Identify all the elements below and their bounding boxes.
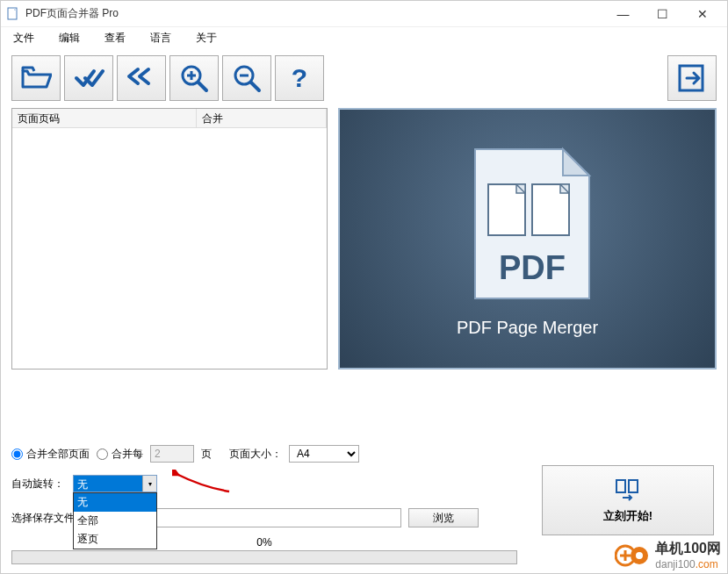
merge-all-radio[interactable]: 合并全部页面 bbox=[11, 447, 90, 462]
app-icon bbox=[6, 7, 20, 21]
dropdown-option-all[interactable]: 全部 bbox=[74, 512, 156, 530]
col-merge[interactable]: 合并 bbox=[197, 109, 327, 127]
watermark-cn: 单机100网 bbox=[655, 540, 721, 558]
undo-button[interactable] bbox=[117, 55, 166, 101]
preview-panel: PDF PDF Page Merger bbox=[338, 108, 717, 370]
zoom-out-icon bbox=[231, 62, 263, 94]
merge-every-input bbox=[150, 445, 194, 463]
undo-arrows-icon bbox=[126, 62, 157, 94]
file-list-body[interactable] bbox=[12, 128, 327, 369]
preview-app-label: PDF Page Merger bbox=[457, 318, 598, 338]
svg-line-6 bbox=[251, 83, 259, 90]
auto-rotate-label: 自动旋转： bbox=[11, 475, 64, 491]
titlebar: PDF页面合并器 Pro — ☐ ✕ bbox=[1, 1, 727, 27]
dropdown-option-perpage[interactable]: 逐页 bbox=[74, 530, 156, 549]
menu-about[interactable]: 关于 bbox=[191, 29, 222, 47]
toolbar: ? bbox=[1, 48, 727, 108]
col-page-number[interactable]: 页面页码 bbox=[12, 109, 197, 127]
watermark-logo-icon bbox=[615, 541, 650, 570]
pages-unit-label: 页 bbox=[201, 447, 212, 462]
watermark-en: danji100.com bbox=[655, 558, 721, 570]
dropdown-selected: 无 bbox=[74, 476, 142, 491]
page-size-select[interactable]: A4 bbox=[289, 445, 359, 463]
progress-bar bbox=[11, 550, 517, 564]
browse-button[interactable]: 浏览 bbox=[408, 508, 479, 527]
svg-line-2 bbox=[198, 83, 206, 90]
svg-text:?: ? bbox=[292, 63, 307, 92]
help-button[interactable]: ? bbox=[275, 55, 324, 101]
watermark: 单机100网 danji100.com bbox=[615, 540, 721, 570]
merge-options-row: 合并全部页面 合并每 页 页面大小： A4 bbox=[1, 433, 727, 468]
annotation-arrow-icon bbox=[172, 470, 234, 496]
double-check-icon bbox=[73, 62, 105, 94]
menu-edit[interactable]: 编辑 bbox=[54, 29, 85, 47]
start-icon bbox=[615, 477, 641, 503]
pdf-merger-icon: PDF bbox=[449, 140, 607, 307]
page-size-label: 页面大小： bbox=[229, 447, 282, 462]
menubar: 文件 编辑 查看 语言 关于 bbox=[1, 27, 727, 48]
confirm-button[interactable] bbox=[64, 55, 113, 101]
zoom-out-button[interactable] bbox=[222, 55, 271, 101]
chevron-down-icon: ▾ bbox=[142, 476, 156, 491]
window-title: PDF页面合并器 Pro bbox=[25, 6, 603, 21]
dropdown-list: 无 全部 逐页 bbox=[73, 492, 157, 549]
start-button[interactable]: 立刻开始! bbox=[542, 465, 714, 535]
svg-point-17 bbox=[636, 552, 643, 559]
zoom-in-icon bbox=[178, 62, 210, 94]
zoom-in-button[interactable] bbox=[169, 55, 219, 101]
maximize-button[interactable]: ☐ bbox=[643, 2, 682, 26]
help-icon: ? bbox=[284, 62, 315, 94]
exit-icon bbox=[676, 62, 708, 94]
open-button[interactable] bbox=[11, 55, 61, 101]
minimize-button[interactable]: — bbox=[603, 2, 643, 26]
svg-text:PDF: PDF bbox=[499, 249, 566, 286]
merge-every-radio[interactable]: 合并每 bbox=[97, 447, 143, 462]
close-button[interactable]: ✕ bbox=[682, 2, 722, 26]
svg-rect-14 bbox=[629, 480, 638, 492]
exit-button[interactable] bbox=[667, 55, 717, 101]
dropdown-option-none[interactable]: 无 bbox=[74, 493, 156, 512]
auto-rotate-dropdown[interactable]: 无 ▾ 无 全部 逐页 bbox=[73, 475, 157, 492]
file-list-panel: 页面页码 合并 bbox=[11, 108, 328, 370]
menu-view[interactable]: 查看 bbox=[99, 29, 131, 47]
menu-file[interactable]: 文件 bbox=[8, 29, 40, 47]
menu-language[interactable]: 语言 bbox=[145, 29, 177, 47]
folder-open-icon bbox=[20, 62, 52, 94]
svg-rect-13 bbox=[616, 480, 625, 492]
